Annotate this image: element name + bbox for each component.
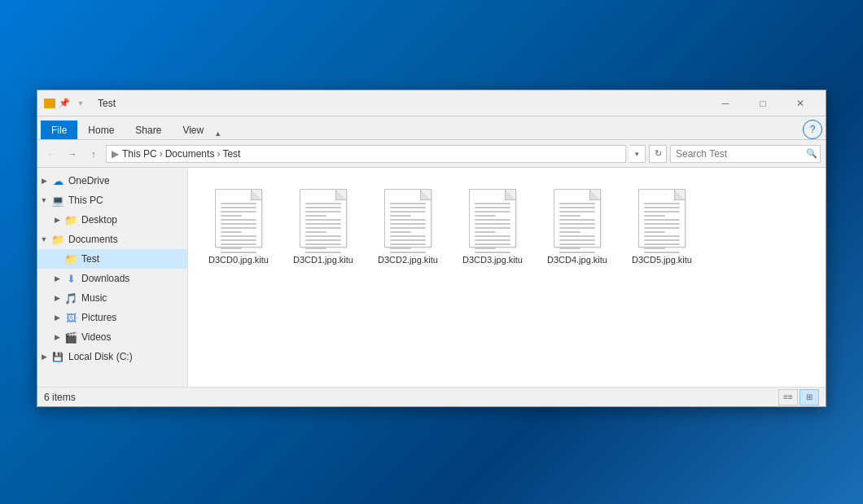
back-button[interactable]: ← — [42, 145, 60, 163]
sidebar-item-desktop[interactable]: ▶ 📁 Desktop — [37, 210, 187, 230]
file-line — [221, 239, 256, 241]
path-documents[interactable]: Documents — [165, 148, 215, 160]
sidebar-label-downloads: Downloads — [81, 273, 129, 284]
tab-view[interactable]: View — [172, 121, 214, 139]
forward-button[interactable]: → — [64, 145, 81, 163]
file-line — [559, 239, 595, 241]
file-line — [475, 243, 510, 245]
search-input[interactable] — [671, 148, 803, 160]
pc-icon: 💻 — [50, 193, 65, 208]
file-lines — [305, 203, 341, 256]
file-line — [644, 248, 665, 249]
path-thispc[interactable]: This PC — [122, 148, 157, 160]
file-line — [305, 231, 326, 233]
view-list-button[interactable]: ≡≡ — [778, 389, 798, 405]
file-lines — [221, 203, 256, 256]
file-line — [305, 211, 341, 213]
file-line — [305, 252, 341, 253]
file-item[interactable]: D3CD0.jpg.kitu — [198, 177, 279, 270]
help-button[interactable]: ? — [803, 120, 822, 139]
file-line — [475, 231, 496, 233]
file-item[interactable]: D3CD2.jpg.kitu — [367, 177, 449, 270]
file-name: D3CD3.jpg.kitu — [462, 254, 523, 265]
file-line — [475, 239, 510, 241]
file-doc-icon — [638, 189, 686, 248]
file-line — [305, 223, 341, 225]
file-line — [221, 207, 256, 208]
tab-file[interactable]: File — [41, 121, 77, 139]
file-line — [390, 248, 411, 249]
window-controls: ─ □ ✕ — [707, 90, 819, 116]
sidebar-item-music[interactable]: ▶ 🎵 Music — [37, 288, 187, 308]
ribbon-tabs: File Home Share View ▲ ? — [37, 116, 826, 139]
videos-icon: 🎬 — [64, 330, 78, 344]
pictures-icon: 🖼 — [64, 310, 78, 325]
sidebar-item-downloads[interactable]: ▶ ⬇ Downloads — [37, 269, 187, 288]
file-line — [559, 227, 595, 229]
file-area: D3CD0.jpg.kitu D3CD1.jpg.kitu D3CD2.jpg.… — [188, 168, 826, 387]
file-line — [221, 243, 256, 245]
sidebar-item-test[interactable]: 📁 Test — [37, 249, 187, 269]
folder-icon-title — [44, 99, 55, 108]
tab-share[interactable]: Share — [125, 121, 172, 139]
sidebar: ▶ ☁ OneDrive ▼ 💻 This PC ▶ 📁 Desktop ▼ 📁 — [37, 168, 188, 387]
file-line — [390, 231, 411, 233]
sidebar-label-desktop: Desktop — [81, 214, 117, 226]
tab-home[interactable]: Home — [77, 121, 125, 139]
title-bar: 📌 ▼ Test ─ □ ✕ — [37, 90, 826, 116]
sidebar-label-test: Test — [81, 253, 99, 265]
close-button[interactable]: ✕ — [782, 90, 819, 116]
file-line — [559, 219, 595, 221]
maximize-button[interactable]: □ — [744, 90, 782, 116]
file-name: D3CD5.jpg.kitu — [632, 254, 692, 265]
minimize-button[interactable]: ─ — [707, 90, 744, 116]
file-icon-container — [209, 186, 268, 251]
qa-icon-pin[interactable]: 📌 — [57, 97, 72, 110]
address-dropdown[interactable]: ▾ — [629, 145, 646, 163]
file-line — [559, 231, 580, 233]
path-test[interactable]: Test — [222, 148, 240, 160]
file-line — [475, 227, 510, 229]
documents-folder-icon: 📁 — [50, 232, 65, 247]
refresh-button[interactable]: ↻ — [649, 145, 667, 163]
file-line — [644, 231, 665, 233]
file-doc-icon — [384, 189, 432, 248]
test-folder-icon: 📁 — [64, 252, 78, 266]
cloud-icon: ☁ — [50, 173, 65, 188]
file-line — [305, 248, 326, 249]
sidebar-label-music: Music — [81, 292, 107, 304]
sidebar-item-documents[interactable]: ▼ 📁 Documents — [37, 230, 187, 249]
window-title: Test — [98, 98, 707, 109]
search-icon[interactable]: 🔍 — [803, 145, 820, 163]
expand-icon-desktop: ▶ — [50, 210, 64, 230]
file-icon-container — [379, 186, 437, 251]
file-item[interactable]: D3CD1.jpg.kitu — [283, 177, 364, 270]
file-item[interactable]: D3CD3.jpg.kitu — [452, 177, 533, 270]
sidebar-item-videos[interactable]: ▶ 🎬 Videos — [37, 327, 187, 347]
file-line — [644, 219, 680, 221]
expand-icon-pictures: ▶ — [50, 308, 64, 327]
file-line — [475, 235, 510, 237]
sidebar-item-thispc[interactable]: ▼ 💻 This PC — [37, 191, 187, 210]
file-item[interactable]: D3CD4.jpg.kitu — [537, 177, 618, 270]
file-line — [305, 219, 341, 221]
sidebar-item-pictures[interactable]: ▶ 🖼 Pictures — [37, 308, 187, 327]
file-line — [390, 243, 426, 245]
sidebar-item-localdisk[interactable]: ▶ 💾 Local Disk (C:) — [37, 347, 187, 366]
file-item[interactable]: D3CD5.jpg.kitu — [621, 177, 703, 270]
file-line — [644, 203, 680, 204]
file-line — [305, 239, 341, 241]
file-line — [390, 219, 426, 221]
view-icons-button[interactable]: ⊞ — [799, 389, 819, 405]
file-line — [390, 227, 426, 229]
sidebar-item-onedrive[interactable]: ▶ ☁ OneDrive — [37, 171, 187, 191]
file-line — [559, 252, 595, 253]
file-line — [559, 243, 595, 245]
address-path[interactable]: ▶ This PC › Documents › Test — [106, 145, 626, 163]
file-name: D3CD0.jpg.kitu — [208, 254, 269, 265]
file-line — [305, 207, 341, 208]
qa-icon-down[interactable]: ▼ — [73, 97, 88, 110]
up-button[interactable]: ↑ — [85, 145, 103, 163]
file-line — [475, 211, 510, 213]
file-line — [390, 211, 426, 213]
